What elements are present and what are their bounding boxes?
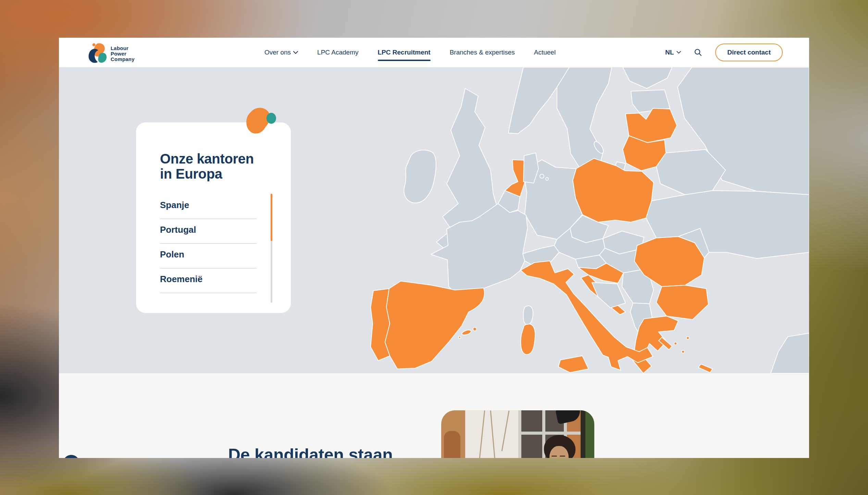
office-list-item-portugal[interactable]: Portugal bbox=[160, 219, 257, 244]
header-right: NL Direct contact bbox=[665, 38, 783, 67]
nav-label: Branches & expertises bbox=[450, 49, 515, 56]
header: Labour Power Company Over ons LPC Academ… bbox=[59, 38, 809, 67]
nav-label: Actueel bbox=[534, 49, 556, 56]
office-list: Spanje Portugal Polen Roemenië bbox=[160, 194, 257, 293]
office-list-item-roemenie[interactable]: Roemenië bbox=[160, 268, 257, 293]
blob-decoration bbox=[243, 106, 280, 143]
candidates-photo bbox=[441, 410, 594, 458]
logo-text: Labour Power Company bbox=[111, 46, 135, 62]
nav-item-over-ons[interactable]: Over ons bbox=[264, 38, 298, 67]
chevron-down-icon bbox=[293, 51, 298, 54]
scrollbar-thumb[interactable] bbox=[271, 194, 272, 241]
europe-map bbox=[363, 67, 809, 373]
nav-item-lpc-academy[interactable]: LPC Academy bbox=[317, 38, 358, 67]
hero-map-section: Onze kantoren in Europa Spanje Portugal … bbox=[59, 67, 809, 373]
list-scrollbar[interactable] bbox=[271, 194, 272, 303]
lower-section bbox=[59, 373, 809, 458]
logo-mark-icon bbox=[87, 43, 107, 65]
lower-section-heading: De kandidaten staan bbox=[228, 445, 393, 458]
nav-label: LPC Academy bbox=[317, 49, 358, 56]
language-selector[interactable]: NL bbox=[665, 49, 681, 56]
direct-contact-button[interactable]: Direct contact bbox=[715, 44, 783, 61]
nav-label: LPC Recruitment bbox=[378, 49, 431, 56]
offices-card: Onze kantoren in Europa Spanje Portugal … bbox=[136, 122, 291, 313]
teal-dot-icon bbox=[266, 113, 276, 124]
orange-blob-icon bbox=[246, 108, 270, 134]
page-container: Labour Power Company Over ons LPC Academ… bbox=[59, 38, 809, 458]
logo[interactable]: Labour Power Company bbox=[87, 43, 135, 65]
nav-label: Over ons bbox=[264, 49, 291, 56]
office-list-item-spanje[interactable]: Spanje bbox=[160, 194, 257, 219]
search-icon[interactable] bbox=[694, 48, 702, 57]
offices-card-title: Onze kantoren in Europa bbox=[160, 151, 263, 181]
nav-item-actueel[interactable]: Actueel bbox=[534, 38, 556, 67]
office-list-item-polen[interactable]: Polen bbox=[160, 244, 257, 268]
language-label: NL bbox=[665, 49, 674, 56]
nav-item-lpc-recruitment[interactable]: LPC Recruitment bbox=[378, 38, 431, 67]
chevron-down-icon bbox=[677, 51, 681, 54]
main-nav: Over ons LPC Academy LPC Recruitment Bra… bbox=[264, 38, 556, 67]
nav-item-branches-expertises[interactable]: Branches & expertises bbox=[450, 38, 515, 67]
